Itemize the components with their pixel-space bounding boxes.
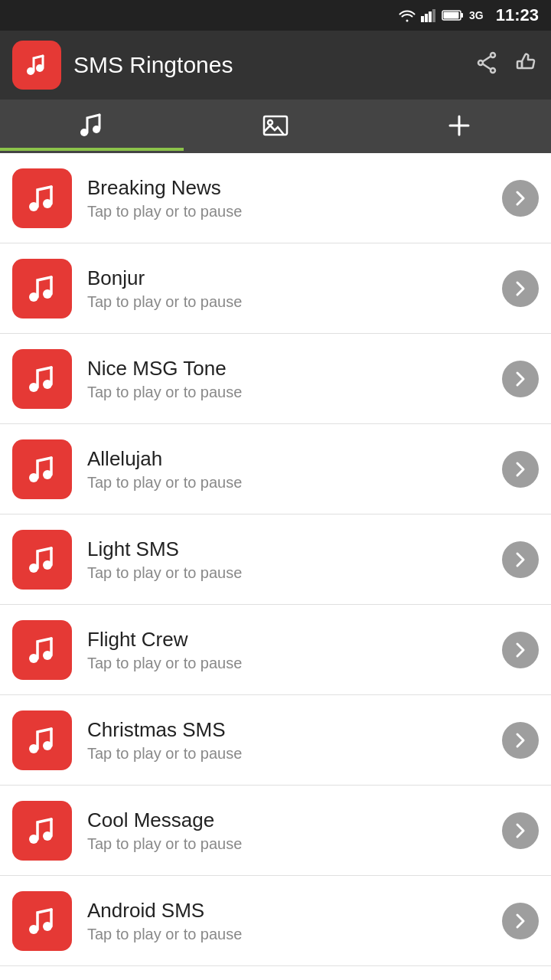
svg-point-28 <box>43 470 52 479</box>
status-time: 11:23 <box>496 5 539 25</box>
svg-point-30 <box>43 560 52 570</box>
svg-line-12 <box>483 56 491 61</box>
list-item[interactable]: Christmas SMS Tap to play or to pause <box>0 695 551 786</box>
ringtone-name: Nice MSG Tone <box>87 357 502 381</box>
tab-add[interactable] <box>367 100 551 151</box>
tab-image[interactable] <box>184 100 367 151</box>
svg-rect-17 <box>264 116 287 135</box>
list-item[interactable]: Light SMS Tap to play or to pause <box>0 514 551 605</box>
svg-point-34 <box>43 741 52 750</box>
list-item[interactable]: Breaking News Tap to play or to pause <box>0 153 551 243</box>
list-item[interactable]: Allelujah Tap to play or to pause <box>0 424 551 514</box>
ringtone-arrow-1[interactable] <box>502 180 539 217</box>
ringtone-arrow-9[interactable] <box>502 903 539 939</box>
svg-rect-14 <box>517 61 522 68</box>
svg-point-22 <box>43 199 52 208</box>
ringtone-arrow-5[interactable] <box>502 541 539 578</box>
svg-point-7 <box>27 67 34 75</box>
battery-icon <box>442 9 465 21</box>
status-icons: 3G <box>399 8 484 22</box>
app-logo <box>12 41 61 90</box>
svg-point-37 <box>29 925 38 934</box>
svg-point-33 <box>29 744 38 753</box>
ringtone-icon-6 <box>12 620 72 680</box>
thumbs-up-icon[interactable] <box>514 51 539 80</box>
ringtone-info-1: Breaking News Tap to play or to pause <box>87 176 502 220</box>
ringtone-arrow-4[interactable] <box>502 451 539 488</box>
svg-rect-1 <box>425 14 428 22</box>
ringtone-name: Android SMS <box>87 899 502 923</box>
ringtone-icon-9 <box>12 891 72 951</box>
list-item[interactable]: Bonjur Tap to play or to pause <box>0 243 551 334</box>
list-item[interactable]: Flight Crew Tap to play or to pause <box>0 605 551 695</box>
svg-rect-0 <box>421 16 424 22</box>
ringtone-name: Flight Crew <box>87 628 502 652</box>
ringtone-arrow-3[interactable] <box>502 361 539 397</box>
ringtone-info-4: Allelujah Tap to play or to pause <box>87 447 502 492</box>
ringtone-arrow-6[interactable] <box>502 632 539 668</box>
ringtone-icon-8 <box>12 801 72 861</box>
ringtone-subtitle: Tap to play or to pause <box>87 835 502 853</box>
svg-point-36 <box>43 831 52 841</box>
ringtone-name: Christmas SMS <box>87 718 502 742</box>
ringtone-subtitle: Tap to play or to pause <box>87 474 502 492</box>
ringtone-info-7: Christmas SMS Tap to play or to pause <box>87 718 502 763</box>
list-item[interactable]: Nice MSG Tone Tap to play or to pause <box>0 334 551 424</box>
ringtone-arrow-8[interactable] <box>502 812 539 849</box>
svg-point-8 <box>36 64 44 72</box>
svg-point-29 <box>29 564 38 573</box>
ringtone-subtitle: Tap to play or to pause <box>87 203 502 220</box>
ringtone-icon-7 <box>12 710 72 770</box>
ringtone-subtitle: Tap to play or to pause <box>87 564 502 582</box>
wifi-icon <box>399 8 416 22</box>
svg-point-24 <box>43 289 52 299</box>
ringtone-subtitle: Tap to play or to pause <box>87 293 502 311</box>
list-item[interactable]: Android SMS Tap to play or to pause <box>0 876 551 966</box>
svg-point-16 <box>93 126 100 133</box>
ringtone-arrow-7[interactable] <box>502 722 539 759</box>
svg-rect-2 <box>429 11 432 22</box>
signal-icon <box>420 8 437 22</box>
tab-music[interactable] <box>0 100 184 151</box>
ringtone-icon-4 <box>12 439 72 499</box>
svg-point-35 <box>29 835 38 844</box>
svg-point-18 <box>268 120 272 125</box>
app-title: SMS Ringtones <box>73 52 462 78</box>
svg-point-23 <box>29 292 38 302</box>
svg-point-32 <box>43 651 52 660</box>
svg-line-13 <box>483 64 491 69</box>
ringtone-info-9: Android SMS Tap to play or to pause <box>87 899 502 943</box>
share-icon[interactable] <box>474 51 499 80</box>
ringtone-subtitle: Tap to play or to pause <box>87 926 502 943</box>
ringtone-info-6: Flight Crew Tap to play or to pause <box>87 628 502 672</box>
svg-point-27 <box>29 473 38 482</box>
svg-point-25 <box>29 383 38 392</box>
svg-point-21 <box>29 202 38 211</box>
ringtone-list: Breaking News Tap to play or to pause Bo… <box>0 153 551 966</box>
ringtone-info-2: Bonjur Tap to play or to pause <box>87 266 502 311</box>
ringtone-arrow-2[interactable] <box>502 270 539 307</box>
ringtone-name: Bonjur <box>87 266 502 290</box>
svg-point-26 <box>43 380 52 389</box>
tab-bar <box>0 100 551 153</box>
ringtone-name: Breaking News <box>87 176 502 200</box>
network-label: 3G <box>469 9 484 21</box>
svg-rect-6 <box>444 12 459 19</box>
status-bar: 3G 11:23 <box>0 0 551 31</box>
ringtone-name: Allelujah <box>87 447 502 471</box>
svg-rect-5 <box>461 13 463 18</box>
ringtone-icon-3 <box>12 349 72 409</box>
ringtone-info-8: Cool Message Tap to play or to pause <box>87 808 502 853</box>
ringtone-icon-1 <box>12 168 72 228</box>
list-item[interactable]: Cool Message Tap to play or to pause <box>0 786 551 876</box>
ringtone-info-3: Nice MSG Tone Tap to play or to pause <box>87 357 502 401</box>
ringtone-name: Light SMS <box>87 537 502 561</box>
svg-point-38 <box>43 922 52 931</box>
ringtone-subtitle: Tap to play or to pause <box>87 384 502 401</box>
ringtone-info-5: Light SMS Tap to play or to pause <box>87 537 502 582</box>
app-bar: SMS Ringtones <box>0 31 551 100</box>
ringtone-subtitle: Tap to play or to pause <box>87 745 502 763</box>
svg-point-31 <box>29 654 38 663</box>
ringtone-icon-5 <box>12 530 72 590</box>
ringtone-icon-2 <box>12 259 72 318</box>
